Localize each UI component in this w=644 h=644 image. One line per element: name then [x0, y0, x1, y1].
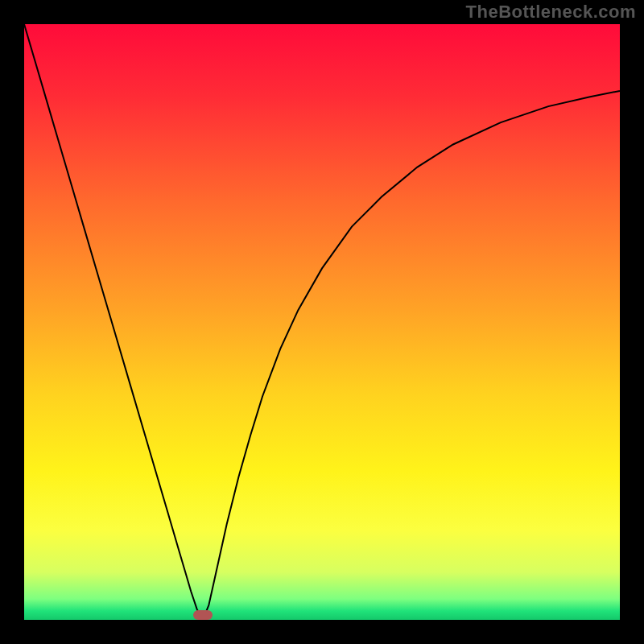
- watermark-text: TheBottleneck.com: [466, 2, 636, 23]
- chart-frame: TheBottleneck.com: [0, 0, 644, 644]
- plot-area: [24, 24, 620, 620]
- bottleneck-curve: [24, 24, 620, 620]
- minimum-marker: [193, 610, 213, 620]
